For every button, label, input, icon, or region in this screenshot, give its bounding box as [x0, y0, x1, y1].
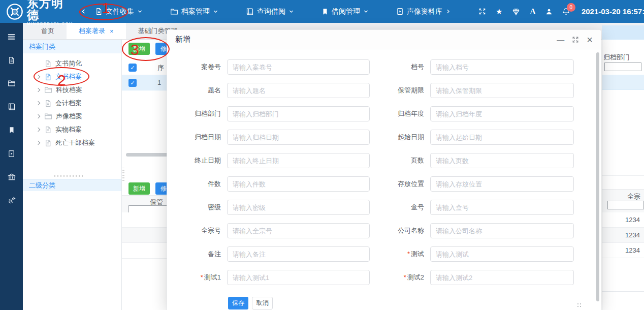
- expand-chevron-icon[interactable]: [36, 114, 41, 119]
- fonds-value: 1234: [625, 231, 640, 239]
- resize-grip[interactable]: [577, 303, 578, 304]
- sidebar-folder-icon[interactable]: [6, 78, 18, 89]
- bell-icon[interactable]: 0: [562, 8, 570, 15]
- field-input[interactable]: [430, 106, 574, 121]
- panel-resize-grip[interactable]: [122, 168, 124, 181]
- minimize-icon[interactable]: —: [557, 36, 564, 43]
- expand-chevron-icon[interactable]: [36, 75, 41, 79]
- field-input[interactable]: [430, 130, 574, 145]
- field-input[interactable]: [430, 270, 574, 285]
- field-input[interactable]: [227, 83, 370, 98]
- expand-chevron-icon[interactable]: [36, 101, 41, 106]
- chevron-down-icon: [213, 9, 218, 14]
- add-button-secondary[interactable]: 新增: [128, 182, 150, 195]
- tab-2[interactable]: 档案著录×: [67, 23, 126, 39]
- table-row[interactable]: 1234: [602, 243, 644, 258]
- field-input[interactable]: [227, 246, 370, 262]
- tab-close-icon[interactable]: ×: [110, 27, 114, 35]
- nav-item-5[interactable]: 声像资料库: [396, 7, 451, 16]
- sidebar-media-icon[interactable]: [6, 148, 18, 159]
- sidebar-bookmark-icon[interactable]: [6, 125, 18, 136]
- tree-item-label: 死亡干部档案: [55, 138, 95, 147]
- tree-item-4[interactable]: 会计档案: [23, 97, 121, 110]
- table-row[interactable]: 1234: [602, 212, 644, 228]
- field-input[interactable]: [430, 83, 574, 98]
- form-row-6: 件数存放位置: [167, 172, 601, 196]
- tree-item-7[interactable]: 死亡干部档案: [23, 136, 121, 149]
- tree-item-label: 声像档案: [56, 112, 82, 121]
- field-input[interactable]: [227, 176, 370, 192]
- fullscreen-icon[interactable]: [478, 8, 486, 15]
- sidebar-book-icon[interactable]: [6, 101, 18, 112]
- nav-item-4[interactable]: 借阅管理: [321, 7, 369, 16]
- table-row[interactable]: [602, 75, 644, 90]
- notification-badge: 0: [567, 3, 575, 12]
- field-input[interactable]: [430, 153, 574, 168]
- font-size-icon[interactable]: A: [530, 8, 536, 16]
- logo[interactable]: 东方明德 MINGDEDATA.COM: [6, 0, 73, 25]
- form-row-3: 归档部门归档年度: [167, 102, 601, 126]
- category-panel: 档案门类 文书简化文书档案科技档案会计档案声像档案实物档案死亡干部档案 二级分类: [23, 40, 122, 310]
- close-icon[interactable]: ×: [587, 35, 593, 45]
- sidebar-gears-icon[interactable]: [6, 195, 18, 206]
- save-button[interactable]: 保存: [228, 297, 248, 309]
- field-label: 保管期限: [370, 86, 424, 95]
- field-label: *测试2: [370, 273, 424, 282]
- sidebar-menu-icon[interactable]: [6, 31, 18, 42]
- tree-item-5[interactable]: 声像档案: [23, 110, 121, 123]
- expand-chevron-icon[interactable]: [36, 88, 41, 92]
- tree-item-1[interactable]: 文书简化: [23, 57, 121, 70]
- row-checkbox[interactable]: ✓: [128, 79, 137, 87]
- select-all-checkbox[interactable]: ✓: [128, 64, 137, 72]
- tree-item-3[interactable]: 科技档案: [23, 83, 121, 97]
- add-button[interactable]: 新增: [128, 43, 150, 55]
- field-input[interactable]: [430, 176, 574, 192]
- field-input[interactable]: [227, 200, 370, 215]
- table-row[interactable]: 1234: [602, 228, 644, 243]
- form-row-7: 密级盒号: [167, 196, 601, 219]
- field-input[interactable]: [227, 223, 370, 238]
- fullscreen-icon[interactable]: [572, 36, 579, 43]
- expand-chevron-icon[interactable]: [36, 128, 41, 132]
- field-input[interactable]: [227, 153, 370, 168]
- tree-item-6[interactable]: 实物档案: [23, 123, 121, 136]
- modal-window-controls: — ×: [557, 35, 593, 45]
- category-panel-title: 档案门类: [23, 40, 121, 53]
- field-input[interactable]: [430, 223, 574, 238]
- expand-chevron-icon[interactable]: [36, 141, 41, 145]
- field-label: 全宗号: [167, 226, 221, 235]
- sidebar-bank-icon[interactable]: [6, 171, 18, 182]
- tree-item-2[interactable]: 文书档案: [23, 70, 121, 83]
- tree-item-label: 会计档案: [55, 99, 82, 108]
- topbar-actions: ★A0 2021-03-20 16:57:47 你好 管理员: [478, 7, 644, 16]
- vertical-scrollbar[interactable]: [596, 52, 599, 301]
- star-icon[interactable]: ★: [496, 8, 502, 15]
- field-input[interactable]: [227, 59, 370, 75]
- chevron-right-icon: [445, 9, 451, 14]
- column-filter-input[interactable]: [604, 63, 641, 71]
- doc-icon: [44, 60, 52, 68]
- collapse-nav-icon[interactable]: [80, 8, 87, 15]
- user-icon[interactable]: [545, 8, 553, 15]
- sidebar-file-icon[interactable]: [6, 54, 18, 66]
- field-input[interactable]: [227, 106, 370, 121]
- logo-title: 东方明德: [27, 0, 73, 21]
- field-input[interactable]: [227, 270, 370, 285]
- tree-indent: [36, 61, 41, 66]
- nav-item-label: 查询借阅: [257, 7, 285, 16]
- nav-item-1[interactable]: 文件收集: [95, 7, 143, 16]
- nav-item-3[interactable]: 查询借阅: [246, 7, 294, 16]
- gem-icon[interactable]: [512, 8, 520, 16]
- field-input[interactable]: [430, 200, 574, 215]
- panel-splitter-handle[interactable]: [54, 175, 84, 177]
- fonds-column-header: 全宗: [627, 192, 640, 201]
- field-input[interactable]: [430, 59, 574, 75]
- column-filter-input[interactable]: [607, 201, 644, 209]
- cancel-button[interactable]: 取消: [252, 297, 273, 309]
- field-label: 归档日期: [167, 133, 221, 142]
- field-input[interactable]: [430, 246, 574, 262]
- field-label: 密级: [167, 203, 221, 212]
- nav-item-2[interactable]: 档案管理: [170, 7, 218, 16]
- field-input[interactable]: [227, 130, 370, 145]
- field-label: 公司名称: [370, 226, 424, 235]
